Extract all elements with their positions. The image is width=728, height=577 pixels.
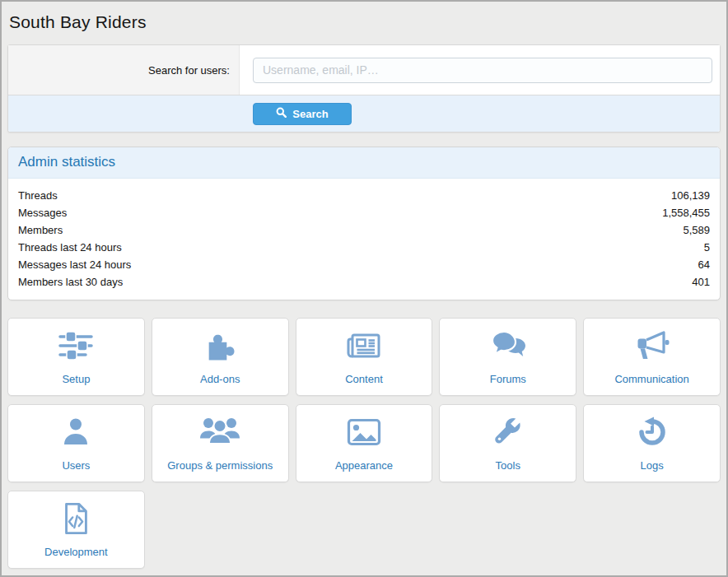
tile-add-ons[interactable]: Add-ons bbox=[152, 318, 289, 396]
search-button[interactable]: Search bbox=[253, 103, 352, 125]
tile-users[interactable]: Users bbox=[7, 404, 145, 482]
stat-label: Threads bbox=[18, 187, 58, 204]
admin-nav-grid: Setup Add-ons bbox=[7, 318, 721, 569]
user-search-form: Search for users: Search bbox=[7, 44, 721, 133]
search-icon bbox=[276, 107, 287, 120]
search-submit-row: Search bbox=[8, 95, 720, 132]
tile-label: Users bbox=[62, 460, 90, 472]
chat-bubbles-icon bbox=[488, 328, 528, 363]
search-control-cell bbox=[240, 45, 720, 95]
tile-label: Forums bbox=[490, 374, 526, 385]
tile-tools[interactable]: Tools bbox=[439, 404, 576, 482]
stat-row-messages-24h: Messages last 24 hours 64 bbox=[18, 256, 710, 273]
stat-row-members: Members 5,589 bbox=[18, 221, 710, 239]
puzzle-icon bbox=[203, 328, 237, 363]
tile-groups-permissions[interactable]: Groups & permissions bbox=[152, 404, 289, 482]
tile-label: Communication bbox=[614, 374, 688, 385]
search-form-row: Search for users: bbox=[8, 45, 720, 95]
stat-label: Messages last 24 hours bbox=[18, 256, 131, 273]
tile-forums[interactable]: Forums bbox=[439, 318, 576, 396]
stat-row-members-30d: Members last 30 days 401 bbox=[18, 273, 710, 291]
tile-communication[interactable]: Communication bbox=[583, 318, 721, 396]
tile-appearance[interactable]: Appearance bbox=[296, 404, 433, 482]
code-file-icon bbox=[60, 501, 91, 536]
tile-development[interactable]: Development bbox=[7, 491, 145, 569]
tile-logs[interactable]: Logs bbox=[583, 404, 721, 482]
history-icon bbox=[635, 415, 670, 449]
tile-label: Logs bbox=[640, 460, 663, 472]
tile-label: Add-ons bbox=[200, 374, 240, 385]
stat-value: 64 bbox=[698, 256, 710, 273]
users-group-icon bbox=[198, 415, 241, 449]
megaphone-icon bbox=[633, 328, 671, 363]
tile-label: Setup bbox=[62, 374, 90, 385]
wrench-icon bbox=[492, 415, 525, 449]
tile-content[interactable]: Content bbox=[296, 318, 433, 396]
search-button-label: Search bbox=[292, 108, 328, 120]
admin-statistics-title: Admin statistics bbox=[8, 147, 720, 179]
search-label: Search for users: bbox=[8, 45, 240, 95]
stat-value: 106,139 bbox=[671, 187, 710, 204]
admin-home-page: South Bay Riders Search for users: Searc… bbox=[0, 0, 728, 577]
sliders-icon bbox=[56, 328, 96, 363]
tile-label: Tools bbox=[496, 460, 520, 472]
stat-value: 401 bbox=[692, 273, 710, 291]
stat-row-threads: Threads 106,139 bbox=[18, 187, 710, 204]
admin-statistics-panel: Admin statistics Threads 106,139 Message… bbox=[7, 147, 721, 300]
stat-label: Messages bbox=[18, 204, 67, 221]
stat-value: 1,558,455 bbox=[662, 204, 710, 221]
stat-row-threads-24h: Threads last 24 hours 5 bbox=[18, 239, 710, 256]
tile-label: Content bbox=[345, 374, 383, 385]
tile-setup[interactable]: Setup bbox=[7, 318, 145, 396]
newspaper-icon bbox=[343, 328, 385, 363]
user-icon bbox=[59, 415, 92, 449]
user-search-input[interactable] bbox=[253, 58, 712, 83]
stat-value: 5,589 bbox=[683, 221, 710, 239]
stat-value: 5 bbox=[704, 239, 710, 256]
page-title: South Bay Riders bbox=[7, 12, 721, 32]
tile-label: Groups & permissions bbox=[167, 460, 273, 472]
stat-label: Members bbox=[18, 221, 63, 239]
image-icon bbox=[344, 415, 384, 449]
tile-label: Development bbox=[44, 547, 108, 558]
admin-statistics-body: Threads 106,139 Messages 1,558,455 Membe… bbox=[8, 179, 720, 300]
tile-label: Appearance bbox=[335, 460, 393, 472]
stat-label: Members last 30 days bbox=[18, 273, 123, 291]
stat-row-messages: Messages 1,558,455 bbox=[18, 204, 710, 221]
stat-label: Threads last 24 hours bbox=[18, 239, 122, 256]
